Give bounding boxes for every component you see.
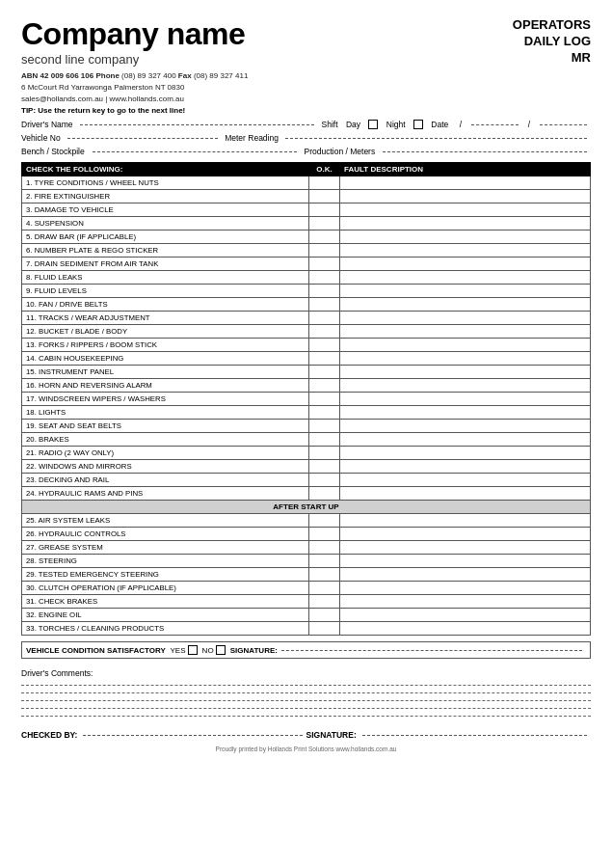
check-item: 11. TRACKS / WEAR ADJUSTMENT — [22, 312, 309, 325]
fault-cell — [340, 433, 591, 447]
comment-line-1 — [21, 685, 591, 686]
day-checkbox[interactable] — [368, 120, 378, 129]
meter-reading-label: Meter Reading — [225, 133, 279, 143]
yes-checkbox[interactable] — [188, 645, 198, 655]
comment-line-2 — [21, 692, 591, 693]
check-item: 25. AIR SYSTEM LEAKS — [22, 514, 309, 528]
fault-cell — [340, 406, 591, 420]
check-item: 31. CHECK BRAKES — [22, 595, 309, 609]
table-row: 9. FLUID LEVELS — [22, 285, 591, 298]
comments-label: Driver's Comments: — [21, 668, 93, 678]
fault-cell — [340, 568, 591, 582]
night-label: Night — [386, 120, 406, 129]
production-label: Production / Meters — [305, 147, 376, 156]
ok-cell — [309, 528, 340, 541]
check-item: 10. FAN / DRIVE BELTS — [22, 298, 309, 312]
vehicle-condition-row: VEHICLE CONDITION SATISFACTORY YES NO SI… — [21, 641, 591, 659]
fault-cell — [340, 285, 591, 298]
col-ok: O.K. — [309, 163, 340, 176]
ok-cell — [309, 379, 340, 393]
check-item: 3. DAMAGE TO VEHICLE — [22, 203, 309, 217]
fault-cell — [340, 609, 591, 622]
check-item: 20. BRAKES — [22, 433, 309, 447]
table-row: 29. TESTED EMERGENCY STEERING — [22, 568, 591, 582]
fault-cell — [340, 231, 591, 244]
checked-by-label: CHECKED BY: — [21, 730, 77, 740]
check-item: 12. BUCKET / BLADE / BODY — [22, 325, 309, 339]
check-item: 27. GREASE SYSTEM — [22, 541, 309, 555]
ok-cell — [309, 217, 340, 231]
table-row: 21. RADIO (2 WAY ONLY) — [22, 447, 591, 460]
vehicle-no-label: Vehicle No — [21, 133, 61, 143]
check-item: 19. SEAT AND SEAT BELTS — [22, 420, 309, 433]
ok-cell — [309, 541, 340, 555]
table-row: 3. DAMAGE TO VEHICLE — [22, 203, 591, 217]
col-check: CHECK THE FOLLOWING: — [22, 163, 309, 176]
comment-line-4 — [21, 708, 591, 709]
log-mr: MR — [513, 50, 591, 65]
check-item: 9. FLUID LEVELS — [22, 285, 309, 298]
table-row: 27. GREASE SYSTEM — [22, 541, 591, 555]
table-row: 23. DECKING AND RAIL — [22, 474, 591, 487]
fault-cell — [340, 514, 591, 528]
ok-cell — [309, 595, 340, 609]
table-row: 30. CLUTCH OPERATION (IF APPLICABLE) — [22, 582, 591, 595]
check-item: 6. NUMBER PLATE & REGO STICKER — [22, 244, 309, 258]
fault-cell — [340, 312, 591, 325]
check-item: 30. CLUTCH OPERATION (IF APPLICABLE) — [22, 582, 309, 595]
table-row: 17. WINDSCREEN WIPERS / WASHERS — [22, 393, 591, 406]
fault-cell — [340, 555, 591, 568]
table-row: 12. BUCKET / BLADE / BODY — [22, 325, 591, 339]
shift-label: Shift — [321, 120, 337, 129]
log-title: OPERATORS DAILY LOG — [513, 17, 591, 50]
check-item: 28. STEERING — [22, 555, 309, 568]
day-label: Day — [346, 120, 360, 129]
fault-cell — [340, 393, 591, 406]
table-row: 20. BRAKES — [22, 433, 591, 447]
fault-cell — [340, 379, 591, 393]
fault-cell — [340, 487, 591, 501]
company-subtitle: second line company — [21, 52, 245, 67]
fault-cell — [340, 595, 591, 609]
check-item: 16. HORN AND REVERSING ALARM — [22, 379, 309, 393]
fault-cell — [340, 298, 591, 312]
night-checkbox[interactable] — [413, 120, 423, 129]
check-item: 32. ENGINE OIL — [22, 609, 309, 622]
fault-cell — [340, 244, 591, 258]
comment-line-3 — [21, 700, 591, 701]
ok-cell — [309, 339, 340, 352]
ok-cell — [309, 447, 340, 460]
ok-cell — [309, 325, 340, 339]
ok-cell — [309, 366, 340, 379]
ok-cell — [309, 514, 340, 528]
no-checkbox[interactable] — [216, 645, 226, 655]
fault-cell — [340, 541, 591, 555]
table-row: 22. WINDOWS AND MIRRORS — [22, 460, 591, 474]
check-table: CHECK THE FOLLOWING: O.K. FAULT DESCRIPT… — [21, 162, 591, 636]
checked-by-row: CHECKED BY: SIGNATURE: — [21, 730, 591, 740]
check-item: 17. WINDSCREEN WIPERS / WASHERS — [22, 393, 309, 406]
ok-cell — [309, 190, 340, 203]
fault-cell — [340, 366, 591, 379]
ok-cell — [309, 568, 340, 582]
check-item: 15. INSTRUMENT PANEL — [22, 366, 309, 379]
table-row: 18. LIGHTS — [22, 406, 591, 420]
fault-cell — [340, 528, 591, 541]
ok-cell — [309, 622, 340, 636]
fault-cell — [340, 420, 591, 433]
ok-cell — [309, 176, 340, 190]
ok-cell — [309, 582, 340, 595]
check-item: 1. TYRE CONDITIONS / WHEEL NUTS — [22, 176, 309, 190]
table-row: 31. CHECK BRAKES — [22, 595, 591, 609]
footer-signature-label: SIGNATURE: — [306, 730, 357, 740]
after-startup-label: AFTER START UP — [22, 501, 591, 514]
check-item: 5. DRAW BAR (IF APPLICABLE) — [22, 231, 309, 244]
fault-cell — [340, 325, 591, 339]
tip-line: TIP: Use the return key to go to the nex… — [21, 106, 591, 115]
vehicle-condition-label: VEHICLE CONDITION SATISFACTORY — [26, 646, 166, 655]
fault-cell — [340, 203, 591, 217]
table-row: 10. FAN / DRIVE BELTS — [22, 298, 591, 312]
fault-cell — [340, 190, 591, 203]
table-row: 7. DRAIN SEDIMENT FROM AIR TANK — [22, 258, 591, 271]
check-item: 4. SUSPENSION — [22, 217, 309, 231]
